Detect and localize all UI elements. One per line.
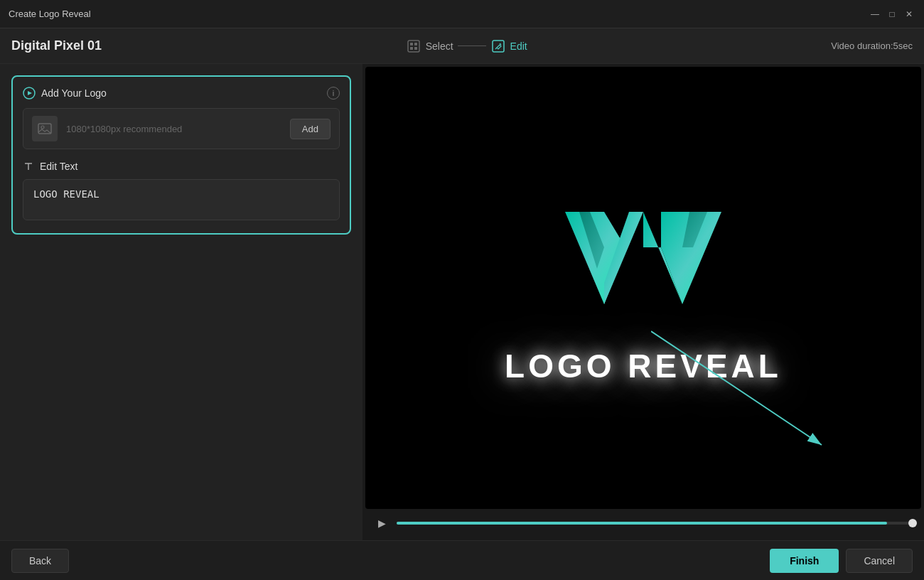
play-icon: ▶ <box>378 517 386 529</box>
bottom-right-buttons: Finish Cancel <box>770 549 913 573</box>
preview-logo-text: LOGO REVEAL <box>505 347 782 385</box>
edit-text-label: Edit Text <box>40 161 77 172</box>
logo-svg <box>551 190 736 333</box>
title-bar: Create Logo Reveal — □ ✕ <box>0 0 924 28</box>
minimize-icon: — <box>871 9 879 19</box>
preview-text-span: LOGO REVEAL <box>505 348 782 385</box>
svg-rect-1 <box>410 43 413 45</box>
progress-fill <box>397 522 887 525</box>
select-step-icon <box>406 38 421 54</box>
logo-preview-content: LOGO REVEAL <box>505 190 782 385</box>
logo-section-header: Add Your Logo i <box>23 87 340 100</box>
info-icon[interactable]: i <box>327 87 340 100</box>
playback-bar: ▶ <box>365 509 921 537</box>
edit-text-section: Edit Text LOGO REVEAL <box>23 161 340 223</box>
bottom-bar: Back Finish Cancel <box>0 540 924 580</box>
restore-button[interactable]: □ <box>886 8 898 21</box>
window-title: Create Logo Reveal <box>9 9 91 19</box>
text-icon <box>23 161 34 172</box>
svg-rect-0 <box>408 41 419 52</box>
play-circle-icon <box>23 87 36 100</box>
window-controls: — □ ✕ <box>869 8 915 21</box>
top-bar: Digital Pixel 01 Select <box>0 28 924 64</box>
logo-placeholder-text: 1080*1080px recommended <box>66 124 281 134</box>
logo-section-label: Add Your Logo <box>41 87 107 99</box>
restore-icon: □ <box>889 9 894 19</box>
logo-section: Add Your Logo i 1080*1080px recommended … <box>11 75 351 235</box>
add-logo-button[interactable]: Add <box>290 119 331 139</box>
step-edit[interactable]: Edit <box>490 38 527 54</box>
project-name: Digital Pixel 01 <box>11 38 102 53</box>
add-logo-row: 1080*1080px recommended Add <box>23 108 340 149</box>
main-content: Add Your Logo i 1080*1080px recommended … <box>0 64 924 540</box>
step-connector <box>458 45 486 46</box>
cancel-button[interactable]: Cancel <box>846 549 913 573</box>
svg-rect-3 <box>410 47 413 50</box>
svg-point-9 <box>41 126 44 129</box>
svg-rect-2 <box>414 43 417 45</box>
logo-placeholder-icon <box>32 116 58 141</box>
back-button[interactable]: Back <box>11 549 69 573</box>
svg-rect-4 <box>414 47 417 50</box>
video-duration: Video duration:5sec <box>831 41 913 51</box>
left-panel: Add Your Logo i 1080*1080px recommended … <box>0 64 362 540</box>
select-step-label: Select <box>426 41 453 52</box>
step-select[interactable]: Select <box>406 38 453 54</box>
title-bar-left: Create Logo Reveal <box>9 9 91 19</box>
close-icon: ✕ <box>906 9 913 19</box>
preview-area: LOGO REVEAL <box>365 67 921 509</box>
close-button[interactable]: ✕ <box>903 8 915 21</box>
right-panel: LOGO REVEAL ▶ <box>362 64 924 540</box>
edit-step-label: Edit <box>510 41 527 52</box>
progress-track[interactable] <box>397 522 913 525</box>
svg-marker-7 <box>28 91 32 95</box>
edit-step-icon <box>490 38 506 54</box>
logo-section-title: Add Your Logo <box>23 87 107 100</box>
finish-button[interactable]: Finish <box>770 549 839 573</box>
logo-text-input[interactable]: LOGO REVEAL <box>23 179 340 220</box>
minimize-button[interactable]: — <box>869 8 881 21</box>
progress-thumb[interactable] <box>908 519 917 527</box>
edit-text-header: Edit Text <box>23 161 340 172</box>
play-button[interactable]: ▶ <box>374 515 390 531</box>
step-indicator: Select Edit <box>406 38 527 54</box>
